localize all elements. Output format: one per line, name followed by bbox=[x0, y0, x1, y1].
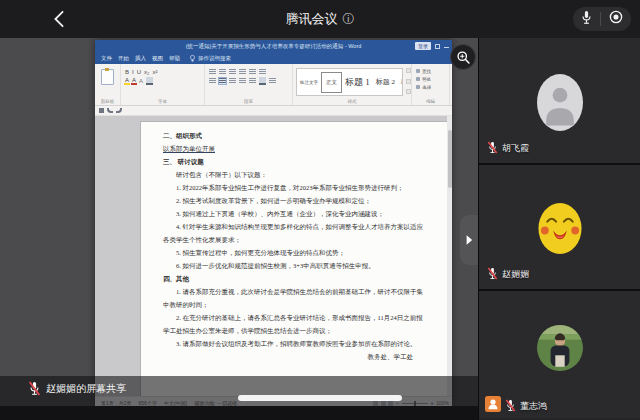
increase-indent-icon[interactable] bbox=[249, 69, 256, 75]
editing-icon bbox=[416, 85, 420, 89]
paste-icon[interactable] bbox=[101, 69, 114, 85]
highlight-color-icon[interactable]: A bbox=[124, 77, 130, 85]
doc-line: 三、 研讨议题 bbox=[163, 155, 427, 168]
info-icon[interactable]: ⓘ bbox=[343, 11, 355, 28]
char-border-icon[interactable] bbox=[146, 77, 153, 85]
redo-icon[interactable] bbox=[116, 108, 122, 113]
editing-查找[interactable]: 查找 bbox=[412, 67, 449, 75]
paragraph-group: 段落 bbox=[205, 64, 293, 105]
sort-icon[interactable] bbox=[259, 69, 266, 75]
editing-icon bbox=[416, 77, 420, 81]
tencent-meeting-app: 腾讯会议 ⓘ (统一通知)关于开展招生形势与人才培养改革专题研讨活动的通知 - … bbox=[0, 0, 640, 420]
style-gallery-scroll bbox=[406, 68, 411, 94]
word-window: (统一通知)关于开展招生形势与人才培养改革专题研讨活动的通知 - Word 登录… bbox=[95, 40, 452, 406]
document-page[interactable]: 二、组织形式以系部为单位开展三、 研讨议题研讨包含（不限于）以下议题：1. 对2… bbox=[140, 121, 450, 396]
magnifier-icon bbox=[456, 50, 471, 65]
word-title-bar: (统一通知)关于开展招生形势与人才培养改革专题研讨活动的通知 - Word 登录 bbox=[95, 40, 452, 53]
align-center-icon[interactable] bbox=[219, 78, 226, 84]
style-gallery: 批注文字正文标题 1标题 2标题 bbox=[296, 68, 403, 96]
doc-line: 6. 如何进一步优化和规范提前招生校测，3+3中高职贯通等招生申报。 bbox=[163, 259, 427, 272]
gallery-more-icon[interactable] bbox=[406, 89, 411, 94]
minimize-icon[interactable] bbox=[444, 47, 449, 48]
gallery-down-icon[interactable] bbox=[406, 79, 411, 84]
doc-line: 2. 在充分研讨的基础上，请各系汇总各专业研讨结论，形成书面报告，11月24日之… bbox=[163, 311, 427, 337]
align-right-icon[interactable] bbox=[229, 78, 236, 84]
share-banner: 赵媚媚的屏幕共享 bbox=[28, 381, 126, 396]
avatar-photo bbox=[537, 325, 583, 375]
decrease-indent-icon[interactable] bbox=[239, 69, 246, 75]
controls-divider bbox=[600, 12, 601, 26]
tell-me-search[interactable]: 操作说明搜索 bbox=[189, 54, 231, 63]
mic-muted-icon bbox=[487, 267, 498, 280]
font-format-icon[interactable]: x² bbox=[151, 68, 158, 76]
word-document-title: (统一通知)关于开展招生形势与人才培养改革专题研讨活动的通知 - Word bbox=[95, 43, 452, 50]
align-left-icon[interactable] bbox=[209, 78, 216, 84]
microphone-icon[interactable] bbox=[580, 10, 593, 29]
borders-icon[interactable] bbox=[269, 78, 276, 84]
font-format-icon[interactable]: B bbox=[124, 68, 130, 76]
line-spacing-icon[interactable] bbox=[249, 78, 256, 84]
mic-muted-icon bbox=[487, 141, 498, 154]
sign-in-button[interactable]: 登录 bbox=[415, 42, 431, 50]
participant-name: 董志鸿 bbox=[520, 401, 547, 412]
undo-icon[interactable] bbox=[107, 108, 113, 113]
style-item[interactable]: 批注文字 bbox=[297, 80, 321, 85]
style-item[interactable]: 标题 1 bbox=[342, 76, 373, 89]
ribbon-tab-文件[interactable]: 文件 bbox=[98, 55, 115, 62]
editing-替换[interactable]: 替换 bbox=[412, 75, 449, 83]
letterbox-strip bbox=[0, 406, 478, 420]
editing-选择[interactable]: 选择 bbox=[412, 83, 449, 91]
participant-tile[interactable]: 胡飞霞 bbox=[479, 38, 640, 165]
bullets-icon[interactable] bbox=[209, 69, 216, 75]
editing-group: 查找替换选择 编辑 bbox=[412, 64, 450, 105]
ribbon-tab-bar: 文件开始插入视图帮助 操作说明搜索 bbox=[95, 53, 452, 64]
ribbon-options-icon[interactable] bbox=[435, 44, 440, 49]
numbering-icon[interactable] bbox=[219, 69, 226, 75]
doc-line: 二、组织形式 bbox=[163, 129, 427, 142]
home-indicator[interactable] bbox=[238, 395, 402, 401]
ribbon-tabs: 文件开始插入视图帮助 bbox=[98, 55, 183, 62]
ribbon-tab-视图[interactable]: 视图 bbox=[149, 55, 166, 62]
font-color-icon[interactable]: A bbox=[131, 77, 137, 85]
style-item[interactable]: 标题 2 bbox=[373, 77, 398, 87]
editing-label: 选择 bbox=[422, 85, 431, 90]
editing-label: 查找 bbox=[422, 69, 431, 74]
quick-access-toolbar bbox=[95, 106, 452, 116]
vertical-scrollbar[interactable] bbox=[447, 116, 452, 396]
font-group: BIUx₂x² A A A 字体 bbox=[121, 64, 205, 105]
mic-muted-icon bbox=[28, 381, 41, 396]
style-item[interactable]: 正文 bbox=[321, 72, 342, 93]
document-area: 二、组织形式以系部为单位开展三、 研讨议题研讨包含（不限于）以下议题：1. 对2… bbox=[95, 116, 452, 396]
share-dim-overlay: 赵媚媚的屏幕共享 bbox=[0, 376, 478, 406]
ribbon-tab-帮助[interactable]: 帮助 bbox=[166, 55, 183, 62]
font-format-icon[interactable]: x₂ bbox=[143, 68, 150, 76]
share-banner-text: 赵媚媚的屏幕共享 bbox=[46, 382, 126, 396]
doc-line: 教务处、学工处 bbox=[163, 350, 427, 363]
shading-icon[interactable] bbox=[259, 77, 266, 85]
multilevel-list-icon[interactable] bbox=[229, 69, 236, 75]
save-icon[interactable] bbox=[99, 108, 104, 113]
font-format-icon[interactable]: I bbox=[131, 68, 135, 76]
participant-name: 赵媚媚 bbox=[502, 269, 529, 280]
participant-tile[interactable]: 董志鸿 bbox=[479, 291, 640, 418]
ribbon-tab-开始[interactable]: 开始 bbox=[115, 55, 132, 62]
style-item[interactable]: 标题 bbox=[398, 77, 403, 87]
justify-icon[interactable] bbox=[239, 78, 246, 84]
character-shading-icon[interactable]: A bbox=[138, 78, 144, 84]
meeting-controls bbox=[573, 7, 631, 31]
screen-share-area: (统一通知)关于开展招生形势与人才培养改革专题研讨活动的通知 - Word 登录… bbox=[0, 38, 478, 420]
gallery-up-icon[interactable] bbox=[406, 68, 411, 73]
zoom-in-share-button[interactable] bbox=[450, 44, 476, 70]
doc-line: 1. 对2022年系部专业招生工作进行复盘，对2023年系部专业招生形势进行研判… bbox=[163, 181, 427, 194]
clipboard-group: 剪贴板 bbox=[95, 64, 121, 105]
record-icon[interactable] bbox=[608, 9, 624, 29]
chevron-right-icon bbox=[465, 234, 473, 246]
participant-tile[interactable]: 赵媚媚 bbox=[479, 165, 640, 291]
ribbon-tab-插入[interactable]: 插入 bbox=[132, 55, 149, 62]
font-format-icon[interactable]: U bbox=[136, 68, 142, 76]
avatar-silhouette bbox=[537, 74, 583, 135]
scrollbar-thumb[interactable] bbox=[448, 130, 452, 188]
ribbon: 剪贴板 BIUx₂x² A A A 字体 bbox=[95, 64, 452, 106]
avatar-smiley-emoji bbox=[537, 201, 584, 260]
collapse-panel-button[interactable] bbox=[460, 215, 478, 265]
